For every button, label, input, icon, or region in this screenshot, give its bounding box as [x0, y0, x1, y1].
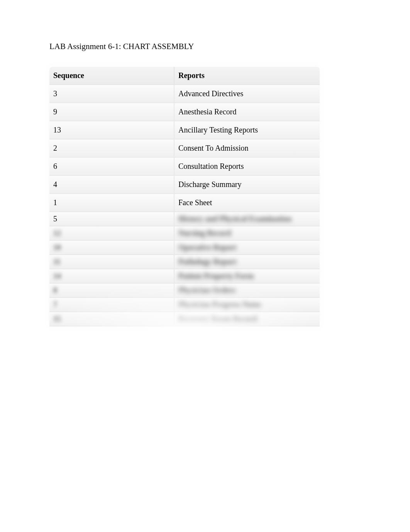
- table-row: 7Physician Progress Notes: [49, 298, 320, 312]
- sequence-cell: 3: [49, 85, 175, 103]
- report-cell: Recovery Room Record: [175, 312, 320, 326]
- report-cell: Anesthesia Record: [175, 103, 320, 121]
- table-row: 1Face Sheet: [49, 194, 320, 212]
- report-cell: Face Sheet: [175, 194, 320, 212]
- sequence-value: 12: [53, 229, 61, 238]
- report-value: Physician Orders: [178, 286, 235, 295]
- sequence-cell: 9: [49, 103, 175, 121]
- sequence-cell: 12: [49, 226, 175, 241]
- col-header-reports: Reports: [175, 67, 320, 85]
- table-row: 8Physician Orders: [49, 284, 320, 298]
- sequence-value: 7: [53, 300, 57, 309]
- report-cell: Nursing Record: [175, 226, 320, 241]
- report-cell: History and Physical Examination: [175, 212, 320, 226]
- table-row: 5History and Physical Examination: [49, 212, 320, 226]
- table-row: 9Anesthesia Record: [49, 103, 320, 121]
- report-value: Recovery Room Record: [178, 314, 257, 323]
- table-row: 4Discharge Summary: [49, 176, 320, 194]
- report-cell: Operative Report: [175, 241, 320, 255]
- sequence-cell: 2: [49, 139, 175, 158]
- report-cell: Consultation Reports: [175, 158, 320, 176]
- sequence-value: 11: [53, 257, 61, 266]
- report-cell: Ancillary Testing Reports: [175, 121, 320, 139]
- report-value: Patient Property Form: [178, 272, 254, 280]
- table-row: 3Advanced Directives: [49, 85, 320, 103]
- report-cell: Patient Property Form: [175, 269, 320, 284]
- table-row: 12Nursing Record: [49, 226, 320, 241]
- sequence-cell: 11: [49, 255, 175, 269]
- sequence-cell: 5: [49, 212, 175, 226]
- table-row: 2Consent To Admission: [49, 139, 320, 158]
- report-cell: Physician Progress Notes: [175, 298, 320, 312]
- report-value: Physician Progress Notes: [178, 300, 261, 309]
- report-cell: Pathology Report: [175, 255, 320, 269]
- sequence-cell: 10: [49, 241, 175, 255]
- sequence-cell: 4: [49, 176, 175, 194]
- sequence-cell: 6: [49, 158, 175, 176]
- sequence-value: 15: [53, 314, 61, 323]
- sequence-cell: 7: [49, 298, 175, 312]
- table-row: 6Consultation Reports: [49, 158, 320, 176]
- chart-assembly-table: Sequence Reports 3Advanced Directives9An…: [49, 67, 320, 326]
- report-cell: Physician Orders: [175, 284, 320, 298]
- sequence-value: 10: [53, 243, 61, 252]
- table-row: 10Operative Report: [49, 241, 320, 255]
- table-row: 14Patient Property Form: [49, 269, 320, 284]
- sequence-value: 14: [53, 272, 61, 280]
- table-row: 15Recovery Room Record: [49, 312, 320, 326]
- col-header-sequence: Sequence: [49, 67, 175, 85]
- report-value: Pathology Report: [178, 257, 237, 266]
- report-value: Operative Report: [178, 243, 237, 252]
- report-value: Nursing Record: [178, 229, 231, 238]
- table-header-row: Sequence Reports: [49, 67, 320, 85]
- report-cell: Discharge Summary: [175, 176, 320, 194]
- report-cell: Advanced Directives: [175, 85, 320, 103]
- sequence-cell: 8: [49, 284, 175, 298]
- table-row: 13Ancillary Testing Reports: [49, 121, 320, 139]
- table-row: 11Pathology Report: [49, 255, 320, 269]
- sequence-cell: 15: [49, 312, 175, 326]
- sequence-cell: 13: [49, 121, 175, 139]
- report-cell: Consent To Admission: [175, 139, 320, 158]
- sequence-value: 8: [53, 286, 57, 295]
- sequence-cell: 1: [49, 194, 175, 212]
- page-title: LAB Assignment 6-1: CHART ASSEMBLY: [49, 42, 410, 51]
- report-value: History and Physical Examination: [178, 214, 291, 223]
- sequence-cell: 14: [49, 269, 175, 284]
